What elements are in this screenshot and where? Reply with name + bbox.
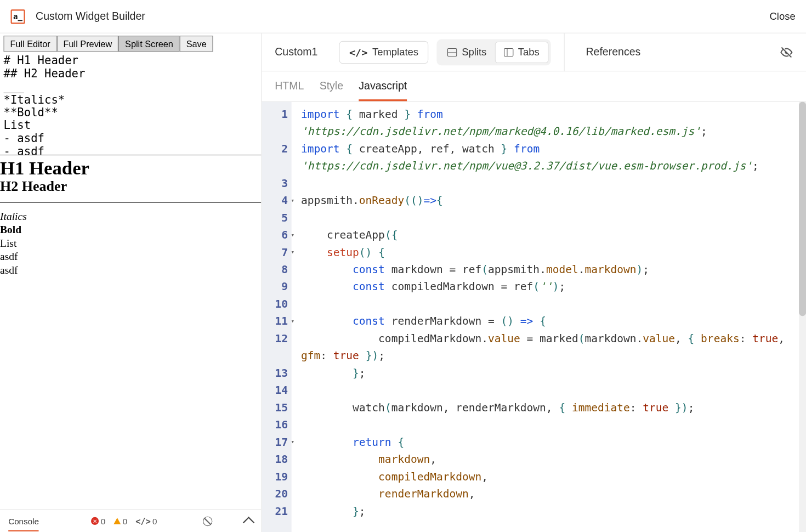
preview-list-item: asdf (0, 263, 261, 276)
splits-label: Splits (462, 46, 486, 58)
preview-bold: Bold (0, 223, 261, 236)
main-area: Full Editor Full Preview Split Screen Sa… (0, 33, 806, 532)
code-editor[interactable]: 123456789101112131415161718192021 import… (262, 102, 806, 532)
split-icon (447, 48, 457, 56)
layout-segmented-control: Splits Tabs (437, 39, 551, 65)
preview-list-item: asdf (0, 250, 261, 263)
code-icon: </> (349, 46, 367, 58)
templates-button[interactable]: </> Templates (339, 41, 428, 63)
scrollbar-track[interactable] (799, 102, 806, 532)
full-editor-button[interactable]: Full Editor (4, 36, 57, 52)
tabs-label: Tabs (518, 46, 540, 58)
tab-html[interactable]: HTML (275, 80, 304, 101)
app-logo-icon: a_ (11, 9, 25, 24)
markdown-source-editor[interactable]: # H1 Header ## H2 Header ___ *Italics* *… (0, 54, 261, 155)
editor-header: Custom1 </> Templates Splits Tabs Refere… (262, 33, 806, 71)
preview-list-label: List (0, 237, 261, 250)
preview-italics: Italics (0, 210, 261, 223)
close-button[interactable]: Close (769, 10, 795, 22)
tabs-icon (504, 48, 513, 56)
references-label[interactable]: References (586, 46, 640, 59)
full-preview-button[interactable]: Full Preview (57, 36, 119, 52)
app-header: a_ Custom Widget Builder Close (0, 0, 806, 33)
split-screen-button[interactable]: Split Screen (118, 36, 180, 52)
view-toolbar: Full Editor Full Preview Split Screen Sa… (0, 33, 261, 54)
tab-javascript[interactable]: Javascript (359, 80, 407, 101)
scrollbar-thumb[interactable] (799, 102, 806, 316)
error-count: ✕0 (91, 516, 105, 525)
line-gutter: 123456789101112131415161718192021 (262, 102, 291, 532)
markdown-preview: H1 Header H2 Header Italics Bold List as… (0, 155, 261, 510)
code-content[interactable]: import { marked } from'https://cdn.jsdel… (292, 102, 806, 532)
clear-console-icon[interactable] (203, 516, 212, 525)
console-tab[interactable]: Console (8, 516, 39, 525)
tab-style[interactable]: Style (320, 80, 343, 101)
widget-name-label: Custom1 (275, 46, 317, 59)
tabs-button[interactable]: Tabs (495, 41, 549, 63)
right-pane: Custom1 </> Templates Splits Tabs Refere… (262, 33, 806, 532)
preview-h2: H2 Header (0, 179, 261, 195)
console-bar: Console ✕0 0 </>0 (0, 510, 261, 532)
warning-count: 0 (113, 516, 127, 525)
info-count: </>0 (135, 516, 157, 525)
expand-console-icon[interactable] (243, 517, 254, 528)
left-pane: Full Editor Full Preview Split Screen Sa… (0, 33, 262, 532)
save-button[interactable]: Save (180, 36, 213, 52)
vertical-divider (564, 33, 564, 71)
templates-label: Templates (372, 46, 418, 58)
preview-h1: H1 Header (0, 158, 261, 179)
app-title: Custom Widget Builder (36, 10, 769, 22)
code-tabs: HTML Style Javascript (262, 71, 806, 101)
splits-button[interactable]: Splits (439, 41, 495, 63)
visibility-off-icon[interactable] (780, 46, 793, 59)
preview-hr (0, 202, 261, 203)
